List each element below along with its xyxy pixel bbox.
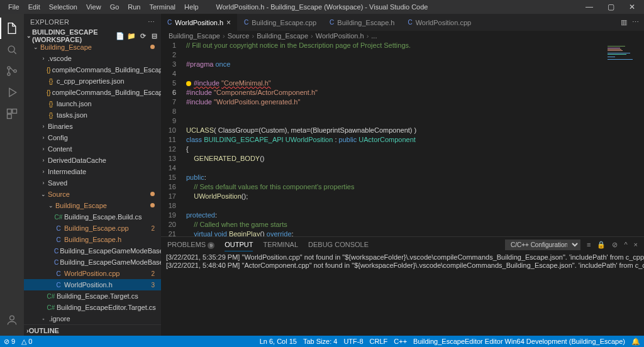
project-actions: 📄 📁 ⟳ ⊟ bbox=[116, 32, 158, 40]
breadcrumb-item[interactable]: Source bbox=[228, 32, 250, 40]
tree-file[interactable]: C#Building_Escape.Build.cs bbox=[24, 211, 161, 223]
accounts-icon[interactable] bbox=[0, 309, 24, 331]
breadcrumb-item[interactable]: ... bbox=[371, 32, 377, 40]
breadcrumb[interactable]: Building_Escape › Source › Building_Esca… bbox=[161, 31, 644, 41]
bottom-panel: PROBLEMS 9OUTPUTTERMINALDEBUG CONSOLEC/C… bbox=[161, 236, 644, 336]
panel-tab[interactable]: TERMINAL bbox=[263, 241, 298, 248]
tree-file[interactable]: {}compileCommands_Building_Escape bbox=[24, 64, 161, 75]
titlebar: FileEditSelectionViewGoRunTerminalHelp W… bbox=[0, 0, 644, 14]
tree-folder[interactable]: ›.vscode bbox=[24, 53, 161, 64]
status-item[interactable]: △ 0 bbox=[21, 338, 32, 346]
tree-file[interactable]: CWorldPosition.h3 bbox=[24, 279, 161, 290]
status-item[interactable]: Ln 6, Col 15 bbox=[260, 338, 297, 346]
panel-tabs: PROBLEMS 9OUTPUTTERMINALDEBUG CONSOLEC/C… bbox=[161, 237, 644, 252]
breadcrumb-item[interactable]: Building_Escape bbox=[169, 32, 220, 40]
tree-file[interactable]: C#Building_EscapeEditor.Target.cs bbox=[24, 302, 161, 313]
tab[interactable]: CWorldPosition.cpp bbox=[401, 14, 478, 31]
close-icon[interactable]: ✕ bbox=[621, 3, 643, 11]
panel-tab[interactable]: OUTPUT bbox=[225, 241, 253, 248]
tree-folder[interactable]: ›Content bbox=[24, 143, 161, 155]
menubar: FileEditSelectionViewGoRunTerminalHelp bbox=[0, 2, 203, 12]
status-item[interactable]: Building_EscapeEditor Editor Win64 Devel… bbox=[413, 338, 625, 346]
output-content[interactable]: [3/22/2021, 5:35:29 PM] "WorldPosition.c… bbox=[161, 252, 644, 336]
refresh-icon[interactable]: ⟳ bbox=[138, 32, 147, 40]
menu-run[interactable]: Run bbox=[123, 2, 145, 12]
tree-file[interactable]: CBuilding_EscapeGameModeBase.h bbox=[24, 256, 161, 268]
more-icon[interactable]: ⋯ bbox=[148, 18, 155, 26]
more-icon[interactable]: ⋯ bbox=[632, 18, 639, 26]
tab[interactable]: CWorldPosition.h× bbox=[161, 14, 238, 31]
tree-folder[interactable]: ›Config bbox=[24, 132, 161, 143]
code-editor[interactable]: 1234567891011121314151617181920212223242… bbox=[161, 41, 644, 236]
tree-folder[interactable]: ⌄Building_Escape bbox=[24, 200, 161, 211]
menu-terminal[interactable]: Terminal bbox=[145, 2, 180, 12]
tree-folder[interactable]: ⌄Source bbox=[24, 189, 161, 200]
svg-point-1 bbox=[8, 67, 10, 69]
status-item[interactable]: UTF-8 bbox=[343, 338, 363, 346]
tree-file[interactable]: ◦.ignore bbox=[24, 313, 161, 324]
panel-tab[interactable]: DEBUG CONSOLE bbox=[308, 241, 369, 248]
tab-label: Building_Escape.cpp bbox=[252, 19, 316, 26]
search-icon[interactable] bbox=[0, 39, 24, 60]
tree-file[interactable]: CBuilding_Escape.h bbox=[24, 234, 161, 245]
breadcrumb-item[interactable]: Building_Escape bbox=[257, 32, 308, 40]
status-item[interactable]: Tab Size: 4 bbox=[303, 338, 337, 346]
tree-file[interactable]: CBuilding_EscapeGameModeBase.cpp bbox=[24, 245, 161, 256]
menu-help[interactable]: Help bbox=[180, 2, 203, 12]
panel-tab[interactable]: PROBLEMS 9 bbox=[167, 241, 214, 249]
menu-go[interactable]: Go bbox=[106, 2, 124, 12]
tree-folder[interactable]: ›Binaries bbox=[24, 121, 161, 132]
svg-rect-14 bbox=[608, 54, 626, 55]
tree-file[interactable]: CBuilding_Escape.cpp2 bbox=[24, 223, 161, 234]
tree-folder[interactable]: ›Saved bbox=[24, 177, 161, 189]
status-item[interactable]: 🔔 bbox=[631, 338, 640, 346]
tree-file[interactable]: C#Building_Escape.Target.cs bbox=[24, 290, 161, 302]
tab-label: WorldPosition.h bbox=[175, 19, 223, 26]
tree-file[interactable]: {}launch.json bbox=[24, 98, 161, 109]
code-body[interactable]: // Fill out your copyright notice in the… bbox=[186, 41, 644, 236]
sidebar-title: EXPLORER bbox=[30, 18, 69, 26]
scm-icon[interactable] bbox=[0, 60, 24, 82]
file-tree: ⌄Building_Escape›.vscode{}compileCommand… bbox=[24, 41, 161, 324]
output-channel-select[interactable]: C/C++ Configuration W bbox=[505, 240, 580, 250]
minimap[interactable] bbox=[606, 45, 636, 62]
tab[interactable]: CBuilding_Escape.h bbox=[323, 14, 401, 31]
close-icon[interactable]: × bbox=[634, 241, 638, 248]
minimize-icon[interactable]: — bbox=[579, 3, 600, 11]
lock-icon[interactable]: 🔒 bbox=[597, 241, 606, 249]
svg-point-0 bbox=[8, 46, 14, 52]
clear-icon[interactable]: ⊘ bbox=[612, 241, 618, 249]
maximize-icon[interactable]: ▢ bbox=[600, 3, 621, 11]
tree-file[interactable]: {}c_cpp_properties.json bbox=[24, 75, 161, 87]
editor-area: CWorldPosition.h×CBuilding_Escape.cppCBu… bbox=[161, 14, 644, 336]
chevron-up-icon[interactable]: ^ bbox=[624, 241, 627, 248]
tree-file[interactable]: {}compileCommands_Building_Escape.json bbox=[24, 87, 161, 98]
outline-header[interactable]: › OUTLINE bbox=[24, 324, 161, 336]
project-header[interactable]: ⌄ BUILDING_ESCAPE (WORKSPACE) 📄 📁 ⟳ ⊟ bbox=[24, 30, 161, 41]
menu-selection[interactable]: Selection bbox=[45, 2, 82, 12]
breadcrumb-item[interactable]: WorldPosition.h bbox=[316, 32, 364, 40]
menu-file[interactable]: File bbox=[4, 2, 24, 12]
tree-folder[interactable]: ›DerivedDataCache bbox=[24, 155, 161, 166]
status-item[interactable]: C++ bbox=[394, 338, 407, 346]
menu-edit[interactable]: Edit bbox=[24, 2, 45, 12]
list-icon[interactable]: ≡ bbox=[587, 241, 591, 248]
close-icon[interactable]: × bbox=[226, 18, 231, 27]
tree-folder[interactable]: ›Intermediate bbox=[24, 166, 161, 177]
extensions-icon[interactable] bbox=[0, 103, 24, 124]
tree-file[interactable]: CWorldPosition.cpp2 bbox=[24, 268, 161, 279]
tab[interactable]: CBuilding_Escape.cpp bbox=[238, 14, 323, 31]
debug-icon[interactable] bbox=[0, 82, 24, 103]
status-item[interactable]: CRLF bbox=[370, 338, 388, 346]
new-folder-icon[interactable]: 📁 bbox=[127, 32, 136, 40]
svg-point-7 bbox=[10, 316, 14, 320]
explorer-icon[interactable] bbox=[0, 18, 24, 39]
tree-folder[interactable]: ⌄Building_Escape bbox=[24, 41, 161, 53]
menu-view[interactable]: View bbox=[82, 2, 106, 12]
tree-file[interactable]: {}tasks.json bbox=[24, 109, 161, 121]
new-file-icon[interactable]: 📄 bbox=[116, 32, 125, 40]
split-icon[interactable]: ▥ bbox=[621, 18, 627, 26]
status-item[interactable]: ⊘ 9 bbox=[4, 338, 15, 346]
status-left: ⊘ 9△ 0 bbox=[4, 338, 32, 346]
collapse-icon[interactable]: ⊟ bbox=[150, 32, 158, 40]
